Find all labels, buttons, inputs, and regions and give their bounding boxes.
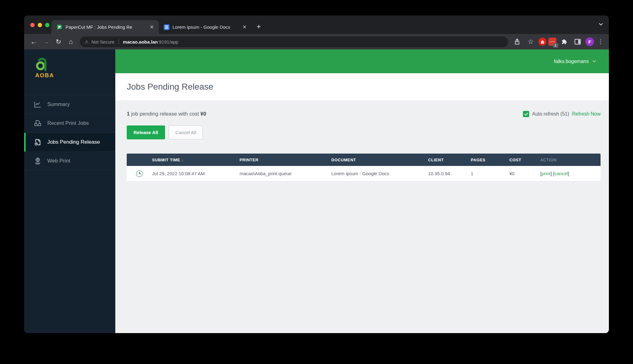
google-docs-icon xyxy=(164,24,169,30)
forward-button[interactable]: → xyxy=(40,36,52,48)
bookmark-star-button[interactable]: ☆ xyxy=(525,36,537,48)
side-panel-icon[interactable] xyxy=(572,36,584,48)
browser-menu-icon[interactable]: ⋮ xyxy=(596,38,605,45)
browser-window: PaperCut MF : Jobs Pending Re ✕ Lorem ip… xyxy=(24,15,609,333)
tab-strip: PaperCut MF : Jobs Pending Re ✕ Lorem ip… xyxy=(24,15,609,34)
document-clock-icon xyxy=(34,138,42,146)
back-button[interactable]: ← xyxy=(28,36,40,48)
table-header: SUBMIT TIME↓ PRINTER DOCUMENT CLIENT PAG… xyxy=(127,154,601,166)
col-printer[interactable]: PRINTER xyxy=(240,158,331,162)
user-chevron-down-icon[interactable] xyxy=(592,59,597,64)
close-window-button[interactable] xyxy=(30,23,35,27)
cell-cost: ¥0 xyxy=(509,171,540,176)
release-all-button[interactable]: Release All xyxy=(127,125,165,139)
title-band: Jobs Pending Release xyxy=(115,73,609,100)
tab-google-docs[interactable]: Lorem ipsum - Google Docs ✕ xyxy=(159,20,252,34)
table-row: Jul 29, 2022 10:08:47 AM macao\Aoba_prin… xyxy=(127,166,601,181)
col-pages[interactable]: PAGES xyxy=(471,158,509,162)
pending-jobs-summary: 1 job pending release with cost ¥0 xyxy=(127,111,206,117)
tab-title: PaperCut MF : Jobs Pending Re xyxy=(66,24,146,30)
status-text: job pending release with cost xyxy=(130,111,200,117)
col-action: ACTION xyxy=(540,158,601,162)
col-document[interactable]: DOCUMENT xyxy=(331,158,428,162)
tab-title: Lorem ipsum - Google Docs xyxy=(172,24,239,30)
jobs-table: SUBMIT TIME↓ PRINTER DOCUMENT CLIENT PAG… xyxy=(127,154,601,181)
app-header: falko.bogemans xyxy=(115,49,609,73)
user-menu[interactable]: falko.bogemans xyxy=(554,59,589,64)
cell-printer: macao\Aoba_print-queue xyxy=(240,171,331,176)
url-text[interactable]: macao.aoba.lan:9191/app xyxy=(123,39,178,44)
bracket: ] xyxy=(550,171,552,176)
close-tab-icon[interactable]: ✕ xyxy=(242,24,247,30)
minimize-window-button[interactable] xyxy=(38,23,42,27)
page-title: Jobs Pending Release xyxy=(127,82,213,92)
home-button[interactable]: ⌂ xyxy=(65,36,77,48)
sidebar-menu: Summary Recent Print Jobs xyxy=(24,95,115,171)
cell-client: 10.35.0.94 xyxy=(428,171,471,176)
sidebar-item-summary[interactable]: Summary xyxy=(24,95,115,114)
app-sidebar: AOBA Summary Recent Print Jo xyxy=(24,49,115,333)
auto-refresh-checkbox[interactable] xyxy=(523,111,529,117)
sidebar-item-label: Summary xyxy=(47,101,70,108)
logo-block: AOBA xyxy=(24,49,115,85)
maximize-window-button[interactable] xyxy=(45,23,49,27)
window-controls xyxy=(30,23,49,27)
sidebar-item-jobs-pending-release[interactable]: Jobs Pending Release xyxy=(24,133,115,152)
sidebar-item-web-print[interactable]: Web Print xyxy=(24,152,115,171)
cell-action: [print] [cancel] xyxy=(540,171,601,176)
cancel-link[interactable]: cancel xyxy=(554,171,568,176)
reload-button[interactable]: ↻ xyxy=(53,36,64,48)
summary-chart-icon xyxy=(34,100,42,108)
url-host: macao.aoba.lan xyxy=(123,39,158,44)
sort-desc-icon: ↓ xyxy=(181,158,184,162)
cell-submit-time: Jul 29, 2022 10:08:47 AM xyxy=(152,171,240,176)
logo-wordmark: AOBA xyxy=(35,72,115,79)
browser-toolbar: ← → ↻ ⌂ ⚠ Not Secure macao.aoba.lan:9191… xyxy=(24,34,609,49)
tab-search-chevron-icon[interactable] xyxy=(598,22,603,27)
adblocker-extension-icon[interactable] xyxy=(538,38,546,46)
sidebar-item-label: Recent Print Jobs xyxy=(47,120,89,126)
papercut-icon xyxy=(56,24,62,30)
sidebar-item-label: Web Print xyxy=(47,158,70,164)
extensions-puzzle-icon[interactable] xyxy=(558,36,570,48)
close-tab-icon[interactable]: ✕ xyxy=(149,24,155,30)
cell-pages: 1 xyxy=(471,171,509,176)
bracket: ] xyxy=(568,171,569,176)
status-cost: ¥0 xyxy=(200,111,206,117)
new-tab-button[interactable]: + xyxy=(257,22,261,31)
aoba-logo-icon xyxy=(35,57,48,71)
job-clock-icon xyxy=(135,170,143,178)
extension-badge: 1 xyxy=(553,43,558,48)
not-secure-warning-icon: ⚠ xyxy=(85,39,89,44)
print-link[interactable]: print xyxy=(542,171,550,176)
col-cost[interactable]: COST xyxy=(509,158,540,162)
password-manager-extension-icon[interactable]: ··· 1 xyxy=(548,38,556,46)
page-body: 1 job pending release with cost ¥0 Auto … xyxy=(115,100,609,333)
web-print-icon xyxy=(34,157,42,165)
sidebar-item-label: Jobs Pending Release xyxy=(47,139,100,145)
cell-document: Lorem ipsum - Google Docs xyxy=(331,171,428,176)
not-secure-label[interactable]: Not Secure xyxy=(91,39,115,44)
cancel-all-button[interactable]: Cancel All xyxy=(169,125,203,139)
sidebar-item-recent-print-jobs[interactable]: Recent Print Jobs xyxy=(24,114,115,133)
profile-avatar[interactable]: F xyxy=(585,37,594,46)
url-path: :9191/app xyxy=(158,39,178,44)
col-client[interactable]: CLIENT xyxy=(428,158,471,162)
col-submit-time[interactable]: SUBMIT TIME↓ xyxy=(152,158,240,162)
share-button[interactable] xyxy=(511,36,523,48)
address-bar[interactable]: ⚠ Not Secure macao.aoba.lan:9191/app xyxy=(80,36,508,47)
url-divider xyxy=(119,39,119,44)
print-jobs-icon xyxy=(34,119,42,127)
refresh-now-link[interactable]: Refresh Now xyxy=(572,111,601,117)
auto-refresh-label[interactable]: Auto refresh (51) xyxy=(532,111,569,117)
tab-papercut[interactable]: PaperCut MF : Jobs Pending Re ✕ xyxy=(51,20,159,34)
